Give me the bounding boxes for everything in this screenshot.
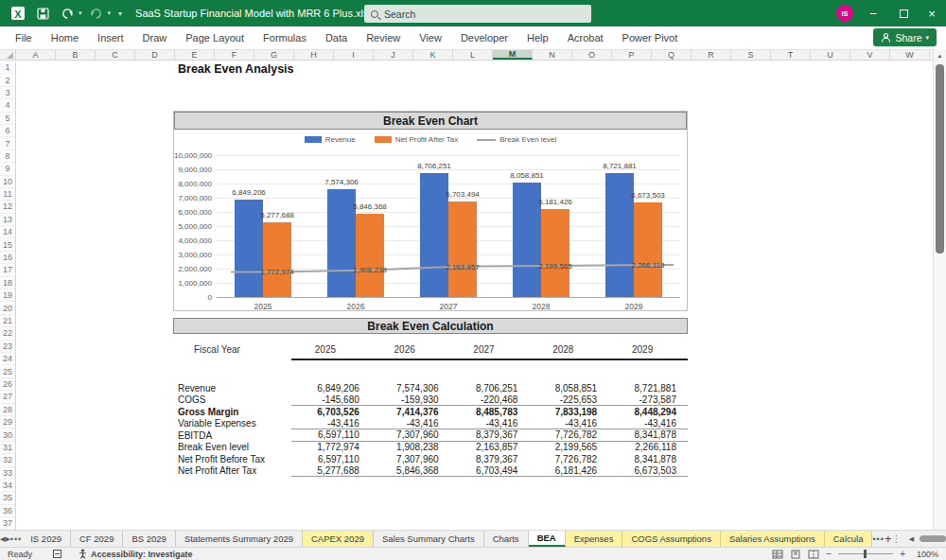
cell-value[interactable]: -43,416 [608, 418, 688, 429]
ribbon-tab-draw[interactable]: Draw [133, 28, 177, 47]
row-label[interactable]: COGS [173, 394, 291, 405]
cell-value[interactable]: -225,653 [529, 394, 608, 405]
page-break-view-icon[interactable] [808, 550, 819, 559]
ribbon-tab-insert[interactable]: Insert [88, 28, 133, 47]
row-header-32[interactable]: 32 [0, 454, 15, 466]
more-sheets-right-button[interactable]: ••• [872, 531, 884, 547]
column-header-C[interactable]: C [96, 50, 135, 60]
row-header-20[interactable]: 20 [0, 302, 15, 314]
search-box[interactable] [364, 5, 591, 23]
sheet-tab-calcula[interactable]: Calcula [825, 531, 873, 547]
cell-value[interactable]: 7,574,306 [371, 383, 450, 394]
redo-dropdown-icon[interactable]: ▾ [108, 9, 112, 17]
cell-value[interactable]: 5,846,368 [371, 465, 450, 476]
share-button[interactable]: Share ▾ [873, 28, 937, 46]
cell-value[interactable]: -220,468 [450, 394, 530, 405]
cell-value[interactable]: 6,181,426 [529, 465, 608, 476]
cell-value[interactable]: 8,341,878 [608, 429, 688, 440]
horizontal-scrollbar[interactable]: ◀ ▶ [901, 531, 946, 547]
row-header-17[interactable]: 17 [0, 264, 15, 276]
cell-value[interactable]: 7,833,198 [529, 407, 608, 417]
row-header-22[interactable]: 22 [0, 327, 15, 340]
column-header-D[interactable]: D [135, 50, 175, 60]
year-header-2027[interactable]: 2027 [450, 344, 530, 359]
zoom-out-icon[interactable]: − [826, 549, 832, 559]
ribbon-tab-view[interactable]: View [410, 28, 451, 47]
sheet-tab-charts[interactable]: Charts [484, 531, 529, 547]
cell-value[interactable]: 8,379,367 [450, 429, 530, 440]
cell-value[interactable]: 5,277,688 [291, 465, 371, 476]
sheet-tab-expenses[interactable]: Expenses [566, 531, 623, 547]
row-header-36[interactable]: 36 [0, 505, 15, 517]
row-header-34[interactable]: 34 [0, 480, 15, 492]
vertical-scroll-thumb[interactable] [936, 64, 944, 254]
row-header-29[interactable]: 29 [0, 416, 15, 429]
ribbon-tab-developer[interactable]: Developer [451, 28, 517, 47]
row-header-31[interactable]: 31 [0, 442, 15, 454]
column-header-O[interactable]: O [572, 50, 612, 60]
cell-value[interactable]: 8,706,251 [450, 383, 530, 394]
column-header-W[interactable]: W [890, 50, 930, 60]
row-label[interactable]: Net Profit Before Tax [173, 454, 291, 464]
column-header-H[interactable]: H [294, 50, 334, 60]
customize-qat-icon[interactable]: ▾ [118, 9, 122, 18]
cell-value[interactable]: 6,673,503 [608, 465, 688, 476]
search-input[interactable] [384, 9, 573, 20]
row-header-30[interactable]: 30 [0, 429, 15, 441]
row-header-28[interactable]: 28 [0, 404, 15, 416]
cell-value[interactable]: 2,199,565 [529, 442, 608, 452]
sheet-tab-salaries-assumptions[interactable]: Salaries Assumptions [721, 531, 825, 547]
row-header-3[interactable]: 3 [0, 87, 15, 99]
ribbon-tab-home[interactable]: Home [42, 28, 88, 47]
column-header-U[interactable]: U [811, 50, 850, 60]
cell-value[interactable]: 8,341,878 [608, 454, 688, 464]
cell-value[interactable]: 7,414,376 [371, 407, 450, 417]
sheet-tab-capex-2029[interactable]: CAPEX 2029 [303, 531, 374, 547]
row-label[interactable]: Revenue [173, 383, 291, 394]
row-label[interactable]: Break Even level [173, 442, 291, 452]
sheet-tab-statements-summary-2029[interactable]: Statements Summary 2029 [176, 531, 303, 547]
restore-button[interactable] [889, 0, 918, 26]
row-header-19[interactable]: 19 [0, 289, 15, 302]
cell-value[interactable]: 8,485,783 [450, 407, 530, 417]
row-header-2[interactable]: 2 [0, 74, 15, 86]
cell-value[interactable]: 6,849,206 [291, 383, 371, 394]
select-all-corner[interactable] [0, 50, 16, 60]
row-header-27[interactable]: 27 [0, 391, 15, 403]
row-header-13[interactable]: 13 [0, 214, 15, 226]
cell-value[interactable]: 7,307,960 [371, 429, 450, 440]
row-header-37[interactable]: 37 [0, 517, 15, 530]
cell-value[interactable]: 7,307,960 [371, 454, 450, 464]
column-header-M[interactable]: M [493, 50, 533, 60]
cell-value[interactable]: 1,908,238 [371, 442, 450, 452]
cell-value[interactable]: 6,597,110 [291, 429, 371, 440]
ribbon-tab-acrobat[interactable]: Acrobat [558, 28, 613, 47]
scroll-up-icon[interactable]: ▲ [934, 49, 946, 61]
column-header-I[interactable]: I [334, 50, 374, 60]
cell-value[interactable]: -159,930 [371, 394, 450, 405]
row-header-8[interactable]: 8 [0, 150, 15, 163]
year-header-2025[interactable]: 2025 [291, 344, 371, 359]
row-header-11[interactable]: 11 [0, 188, 15, 201]
ribbon-tab-review[interactable]: Review [357, 28, 410, 47]
ribbon-tab-data[interactable]: Data [316, 28, 357, 47]
row-header-16[interactable]: 16 [0, 252, 15, 264]
row-header-4[interactable]: 4 [0, 99, 15, 112]
row-label[interactable]: Variable Expenses [173, 418, 291, 429]
row-header-10[interactable]: 10 [0, 176, 15, 188]
row-header-24[interactable]: 24 [0, 353, 15, 365]
column-header-R[interactable]: R [692, 50, 731, 60]
column-header-K[interactable]: K [413, 50, 453, 60]
row-header-14[interactable]: 14 [0, 226, 15, 238]
cell-value[interactable]: 7,726,782 [529, 429, 608, 440]
ribbon-tab-file[interactable]: File [6, 28, 42, 47]
excel-app-icon[interactable]: X [8, 4, 28, 23]
redo-icon[interactable] [86, 4, 107, 23]
cell-value[interactable]: 8,721,881 [608, 383, 688, 394]
cell-value[interactable]: 8,448,294 [608, 407, 688, 417]
break-even-chart[interactable]: Break Even Chart RevenueNet Profit After… [173, 111, 688, 311]
row-label[interactable]: Gross Margin [173, 407, 291, 417]
sheet-tab-cogs-assumptions[interactable]: COGS Assumptions [622, 531, 720, 547]
column-header-G[interactable]: G [254, 50, 294, 60]
row-header-5[interactable]: 5 [0, 113, 15, 125]
